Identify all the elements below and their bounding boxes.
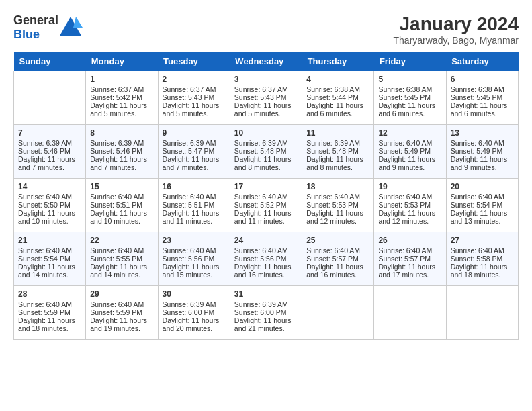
daylight-text: Daylight: 11 hours and 18 minutes.	[451, 263, 514, 279]
daylight-text: Daylight: 11 hours and 6 minutes.	[306, 101, 369, 118]
sunrise-text: Sunrise: 6:40 AM	[163, 246, 226, 255]
daylight-text: Daylight: 11 hours and 10 minutes.	[18, 209, 81, 225]
sunrise-text: Sunrise: 6:39 AM	[234, 300, 298, 308]
title-section: January 2024 Tharyarwady, Bago, Myanmar	[394, 13, 519, 46]
daylight-text: Daylight: 11 hours and 13 minutes.	[451, 209, 514, 225]
calendar-cell	[14, 71, 86, 125]
sunset-text: Sunset: 5:58 PM	[451, 255, 514, 263]
sunset-text: Sunset: 5:55 PM	[90, 255, 153, 263]
daylight-text: Daylight: 11 hours and 16 minutes.	[234, 263, 298, 279]
calendar-cell: 11Sunrise: 6:39 AMSunset: 5:48 PMDayligh…	[302, 125, 374, 179]
daylight-text: Daylight: 11 hours and 6 minutes.	[378, 101, 441, 118]
sunrise-text: Sunrise: 6:40 AM	[90, 193, 153, 201]
sunset-text: Sunset: 5:51 PM	[163, 201, 226, 209]
sunset-text: Sunset: 5:50 PM	[18, 201, 81, 209]
sunrise-text: Sunrise: 6:37 AM	[163, 85, 226, 93]
logo-general: General	[13, 13, 58, 27]
day-number: 10	[234, 128, 298, 138]
calendar-cell: 4Sunrise: 6:38 AMSunset: 5:44 PMDaylight…	[302, 71, 374, 125]
logo-text: General Blue	[13, 13, 58, 42]
sunset-text: Sunset: 5:42 PM	[90, 93, 153, 101]
calendar-cell: 16Sunrise: 6:40 AMSunset: 5:51 PMDayligh…	[158, 179, 230, 232]
day-number: 13	[451, 128, 514, 138]
day-number: 26	[378, 236, 441, 245]
day-header-tuesday: Tuesday	[158, 52, 230, 71]
sunrise-text: Sunrise: 6:39 AM	[306, 139, 369, 147]
day-number: 14	[18, 182, 81, 191]
sunrise-text: Sunrise: 6:39 AM	[234, 139, 298, 147]
day-number: 16	[163, 182, 226, 191]
daylight-text: Daylight: 11 hours and 18 minutes.	[18, 316, 81, 332]
daylight-text: Daylight: 11 hours and 6 minutes.	[451, 101, 514, 118]
daylight-text: Daylight: 11 hours and 7 minutes.	[18, 155, 81, 171]
daylight-text: Daylight: 11 hours and 12 minutes.	[378, 209, 441, 225]
calendar-week-row: 28Sunrise: 6:40 AMSunset: 5:59 PMDayligh…	[14, 286, 519, 340]
header: General Blue January 2024 Tharyarwady, B…	[13, 13, 519, 46]
daylight-text: Daylight: 11 hours and 12 minutes.	[306, 209, 369, 225]
sunset-text: Sunset: 5:53 PM	[306, 201, 369, 209]
sunrise-text: Sunrise: 6:40 AM	[163, 193, 226, 201]
sunset-text: Sunset: 5:57 PM	[306, 255, 369, 263]
daylight-text: Daylight: 11 hours and 5 minutes.	[90, 101, 153, 118]
calendar-cell: 17Sunrise: 6:40 AMSunset: 5:52 PMDayligh…	[230, 179, 302, 232]
day-number: 8	[90, 128, 153, 138]
day-number: 23	[163, 236, 226, 245]
calendar-cell: 2Sunrise: 6:37 AMSunset: 5:43 PMDaylight…	[158, 71, 230, 125]
calendar-cell: 5Sunrise: 6:38 AMSunset: 5:45 PMDaylight…	[374, 71, 446, 125]
day-number: 12	[378, 128, 441, 138]
calendar-cell: 3Sunrise: 6:37 AMSunset: 5:43 PMDaylight…	[230, 71, 302, 125]
sunrise-text: Sunrise: 6:40 AM	[18, 246, 81, 255]
day-number: 2	[163, 75, 226, 84]
daylight-text: Daylight: 11 hours and 5 minutes.	[234, 101, 298, 118]
day-number: 29	[90, 289, 153, 299]
sunrise-text: Sunrise: 6:40 AM	[234, 193, 298, 201]
sunrise-text: Sunrise: 6:39 AM	[163, 300, 226, 308]
day-header-saturday: Saturday	[446, 52, 518, 71]
calendar-cell: 21Sunrise: 6:40 AMSunset: 5:54 PMDayligh…	[14, 232, 86, 286]
calendar-week-row: 14Sunrise: 6:40 AMSunset: 5:50 PMDayligh…	[14, 179, 519, 232]
daylight-text: Daylight: 11 hours and 9 minutes.	[451, 155, 514, 171]
sunrise-text: Sunrise: 6:37 AM	[234, 85, 298, 93]
day-number: 3	[234, 75, 298, 84]
daylight-text: Daylight: 11 hours and 11 minutes.	[234, 209, 298, 225]
day-number: 28	[18, 289, 81, 299]
day-number: 18	[306, 182, 369, 191]
daylight-text: Daylight: 11 hours and 21 minutes.	[234, 316, 298, 332]
sunset-text: Sunset: 5:46 PM	[90, 147, 153, 155]
day-number: 31	[234, 289, 298, 299]
calendar-cell	[374, 286, 446, 340]
sunrise-text: Sunrise: 6:39 AM	[90, 139, 153, 147]
sunset-text: Sunset: 5:56 PM	[163, 255, 226, 263]
calendar-cell: 9Sunrise: 6:39 AMSunset: 5:47 PMDaylight…	[158, 125, 230, 179]
sunset-text: Sunset: 5:46 PM	[18, 147, 81, 155]
sunset-text: Sunset: 5:47 PM	[163, 147, 226, 155]
sunset-text: Sunset: 5:43 PM	[234, 93, 298, 101]
sunrise-text: Sunrise: 6:40 AM	[18, 300, 81, 308]
daylight-text: Daylight: 11 hours and 8 minutes.	[306, 155, 369, 171]
calendar-cell: 18Sunrise: 6:40 AMSunset: 5:53 PMDayligh…	[302, 179, 374, 232]
day-number: 30	[163, 289, 226, 299]
day-number: 21	[18, 236, 81, 245]
day-header-friday: Friday	[374, 52, 446, 71]
sunrise-text: Sunrise: 6:40 AM	[18, 193, 81, 201]
calendar-cell	[302, 286, 374, 340]
day-number: 24	[234, 236, 298, 245]
daylight-text: Daylight: 11 hours and 10 minutes.	[90, 209, 153, 225]
calendar-cell: 28Sunrise: 6:40 AMSunset: 5:59 PMDayligh…	[14, 286, 86, 340]
sunset-text: Sunset: 5:57 PM	[378, 255, 441, 263]
sunset-text: Sunset: 5:48 PM	[306, 147, 369, 155]
calendar-header-row: SundayMondayTuesdayWednesdayThursdayFrid…	[14, 52, 519, 71]
calendar-cell: 8Sunrise: 6:39 AMSunset: 5:46 PMDaylight…	[86, 125, 158, 179]
sunset-text: Sunset: 5:51 PM	[90, 201, 153, 209]
sunset-text: Sunset: 5:48 PM	[234, 147, 298, 155]
day-number: 11	[306, 128, 369, 138]
day-number: 17	[234, 182, 298, 191]
daylight-text: Daylight: 11 hours and 11 minutes.	[163, 209, 226, 225]
logo-icon	[58, 15, 83, 40]
calendar-cell: 1Sunrise: 6:37 AMSunset: 5:42 PMDaylight…	[86, 71, 158, 125]
daylight-text: Daylight: 11 hours and 9 minutes.	[378, 155, 441, 171]
sunrise-text: Sunrise: 6:39 AM	[163, 139, 226, 147]
day-header-thursday: Thursday	[302, 52, 374, 71]
location-subtitle: Tharyarwady, Bago, Myanmar	[394, 35, 519, 46]
sunrise-text: Sunrise: 6:37 AM	[90, 85, 153, 93]
